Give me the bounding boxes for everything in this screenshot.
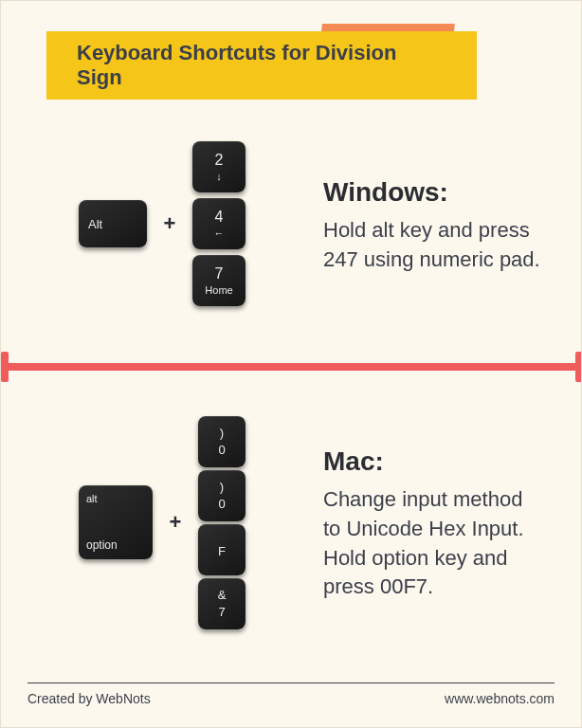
mac-sequence: ) 0 ) 0 F & 7 xyxy=(198,416,246,629)
windows-keys: Alt + 2 ↓ 4 ← 7 Home xyxy=(1,141,323,306)
key-bot: 0 xyxy=(218,497,225,511)
key-label-top: alt xyxy=(86,493,145,504)
key-0: ) 0 xyxy=(198,416,246,467)
key-7: & 7 xyxy=(198,578,246,629)
key-top: ) xyxy=(220,480,224,494)
divider-bar xyxy=(1,363,582,371)
divider-cap-right xyxy=(575,352,582,382)
mac-text: Mac: Change input method to Unicode Hex … xyxy=(323,443,560,602)
windows-sequence: 2 ↓ 4 ← 7 Home xyxy=(192,141,246,306)
footer: Created by WebNots www.webnots.com xyxy=(27,682,555,706)
footer-site: www.webnots.com xyxy=(445,691,555,706)
title-container: Keyboard Shortcuts for Division Sign xyxy=(46,31,477,100)
windows-section: Alt + 2 ↓ 4 ← 7 Home Windows: Hold alt k… xyxy=(1,115,582,333)
footer-credit: Created by WebNots xyxy=(27,691,151,706)
windows-text: Windows: Hold alt key and press 247 usin… xyxy=(323,173,560,275)
key-main: 2 xyxy=(215,153,224,168)
plus-icon: + xyxy=(166,510,185,535)
key-0: ) 0 xyxy=(198,470,246,521)
key-bot: F xyxy=(218,544,226,558)
windows-heading: Windows: xyxy=(323,173,541,210)
arrow-left-icon: ← xyxy=(214,228,225,239)
section-divider xyxy=(1,352,582,380)
page-title: Keyboard Shortcuts for Division Sign xyxy=(46,31,477,100)
key-label-bottom: option xyxy=(86,538,145,552)
mac-section: alt option + ) 0 ) 0 F & 7 Mac: Change i xyxy=(1,390,582,655)
key-main: 4 xyxy=(215,209,224,225)
windows-description: Hold alt key and press 247 using numeric… xyxy=(323,216,541,275)
key-alt: Alt xyxy=(79,200,147,247)
key-f: F xyxy=(198,524,246,575)
key-top: & xyxy=(218,588,227,602)
key-numpad-2: 2 ↓ xyxy=(192,141,246,192)
key-option: alt option xyxy=(79,485,153,559)
key-main: 7 xyxy=(215,266,224,282)
key-numpad-7: 7 Home xyxy=(192,255,246,306)
mac-description: Change input method to Unicode Hex Input… xyxy=(323,485,541,602)
key-numpad-4: 4 ← xyxy=(192,198,246,249)
arrow-down-icon: ↓ xyxy=(216,172,222,182)
key-sub: Home xyxy=(205,285,232,296)
key-bot: 7 xyxy=(218,605,225,619)
key-bot: 0 xyxy=(218,443,225,457)
mac-keys: alt option + ) 0 ) 0 F & 7 xyxy=(1,416,323,629)
mac-heading: Mac: xyxy=(323,443,541,480)
key-top: ) xyxy=(220,426,224,440)
plus-icon: + xyxy=(160,211,179,236)
key-label: Alt xyxy=(88,217,147,231)
